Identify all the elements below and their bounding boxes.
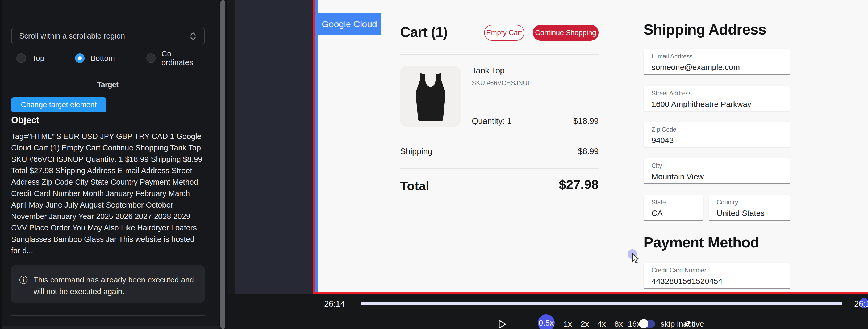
shipping-divider	[400, 138, 599, 138]
product-price: $18.99	[546, 117, 599, 126]
credit-card-label: Credit Card Number	[652, 267, 782, 274]
state-field[interactable]: State CA	[644, 195, 703, 221]
radio-option-coordinates[interactable]: Co-ordinates	[146, 50, 205, 67]
target-highlight-outline	[315, 0, 318, 292]
state-value: CA	[652, 209, 695, 218]
target-section-divider: Target	[11, 81, 205, 89]
divider-line	[11, 85, 90, 85]
payment-method-heading: Payment Method	[644, 234, 759, 251]
radio-bottom-label: Bottom	[90, 54, 115, 63]
radio-top-circle[interactable]	[17, 54, 26, 63]
radio-coordinates-label: Co-ordinates	[161, 50, 205, 67]
video-viewport: Google Cloud Cart (1) Empty Cart Continu…	[235, 0, 868, 294]
panel-footer-strip	[2, 326, 219, 329]
country-field[interactable]: Country United States	[709, 195, 790, 221]
radio-bottom-circle[interactable]	[75, 54, 85, 63]
email-field[interactable]: E-mail Address someone@example.com	[644, 48, 790, 75]
product-sku: SKU #66VCHSJNUP	[472, 79, 532, 87]
country-value: United States	[717, 209, 782, 218]
end-time: 26:15	[854, 299, 868, 309]
scroll-position-options: Top Bottom Co-ordinates	[11, 52, 205, 64]
select-updown-icon	[190, 32, 196, 41]
toggle-knob[interactable]	[639, 319, 648, 328]
command-select[interactable]: Scroll within a scrollable region	[11, 28, 205, 44]
credit-card-value: 4432801561520454	[652, 277, 782, 286]
app-root: Scroll within a scrollable region Top Bo…	[0, 0, 868, 329]
product-quantity: Quantity: 1	[472, 117, 512, 126]
total-label: Total	[400, 178, 429, 193]
panel-scrollbar-thumb[interactable]	[220, 0, 225, 329]
divider-line	[126, 85, 205, 85]
shipping-value: $8.99	[546, 147, 599, 156]
tank-top-image	[405, 70, 456, 123]
target-section-label: Target	[97, 81, 119, 89]
skip-inactive-toggle[interactable]	[640, 320, 655, 328]
radio-top-label: Top	[32, 54, 44, 63]
mouse-cursor-icon	[632, 253, 641, 264]
play-icon[interactable]	[498, 320, 506, 329]
radio-coordinates-circle[interactable]	[146, 54, 156, 63]
cart-divider	[400, 54, 599, 55]
player-bar: 26:14 26:15 0.5x 1x 2x 4x 8x 16x skip in…	[226, 294, 868, 329]
object-heading: Object	[11, 115, 39, 125]
state-label: State	[652, 199, 695, 206]
web-page: Google Cloud Cart (1) Empty Cart Continu…	[318, 0, 868, 292]
panel-bottom-divider	[11, 316, 205, 316]
city-field[interactable]: City Mountain View	[644, 158, 790, 184]
shipping-address-heading: Shipping Address	[644, 21, 766, 38]
command-panel: Scroll within a scrollable region Top Bo…	[2, 0, 219, 329]
shipping-label: Shipping	[400, 147, 432, 156]
country-label: Country	[717, 199, 782, 206]
continue-shopping-button[interactable]: Continue Shopping	[533, 25, 599, 41]
notice-text: This command has already been executed a…	[33, 274, 196, 294]
timeline-track[interactable]	[361, 302, 842, 305]
speed-4x-button[interactable]: 4x	[592, 320, 611, 328]
street-label: Street Address	[652, 90, 782, 97]
email-label: E-mail Address	[652, 53, 782, 60]
fullscreen-icon[interactable]	[682, 318, 692, 329]
email-value: someone@example.com	[652, 63, 782, 72]
zip-label: Zip Code	[652, 126, 782, 133]
street-field[interactable]: Street Address 1600 Amphitheatre Parkway	[644, 86, 790, 111]
zip-field[interactable]: Zip Code 94043	[644, 122, 790, 147]
city-value: Mountain View	[652, 172, 782, 181]
product-image	[400, 66, 461, 127]
radio-option-top[interactable]: Top	[17, 54, 44, 63]
city-label: City	[652, 162, 782, 169]
empty-cart-button[interactable]: Empty Cart	[484, 25, 524, 41]
panel-video-gap	[226, 0, 235, 329]
command-select-value: Scroll within a scrollable region	[19, 32, 125, 40]
speed-0-5x-button[interactable]: 0.5x	[538, 315, 555, 329]
credit-card-field[interactable]: Credit Card Number 4432801561520454	[644, 263, 790, 289]
object-description: Tag="HTML" $ EUR USD JPY GBP TRY CAD 1 G…	[11, 131, 205, 257]
notice-box: ⓘ This command has already been executed…	[11, 265, 205, 303]
radio-option-bottom[interactable]: Bottom	[75, 54, 115, 63]
change-target-button[interactable]: Change target element	[11, 97, 106, 112]
street-value: 1600 Amphitheatre Parkway	[652, 100, 782, 109]
total-value: $27.98	[519, 177, 599, 192]
speed-1x-button[interactable]: 1x	[558, 320, 577, 328]
current-time: 26:14	[324, 299, 345, 309]
recorded-page-frame: Google Cloud Cart (1) Empty Cart Continu…	[313, 0, 868, 292]
brand-badge[interactable]: Google Cloud	[318, 13, 381, 35]
speed-2x-button[interactable]: 2x	[576, 320, 594, 328]
product-name: Tank Top	[472, 66, 505, 75]
zip-value: 94043	[652, 136, 782, 145]
cart-title: Cart (1)	[400, 24, 447, 40]
info-icon: ⓘ	[19, 274, 28, 294]
total-divider	[400, 168, 599, 169]
